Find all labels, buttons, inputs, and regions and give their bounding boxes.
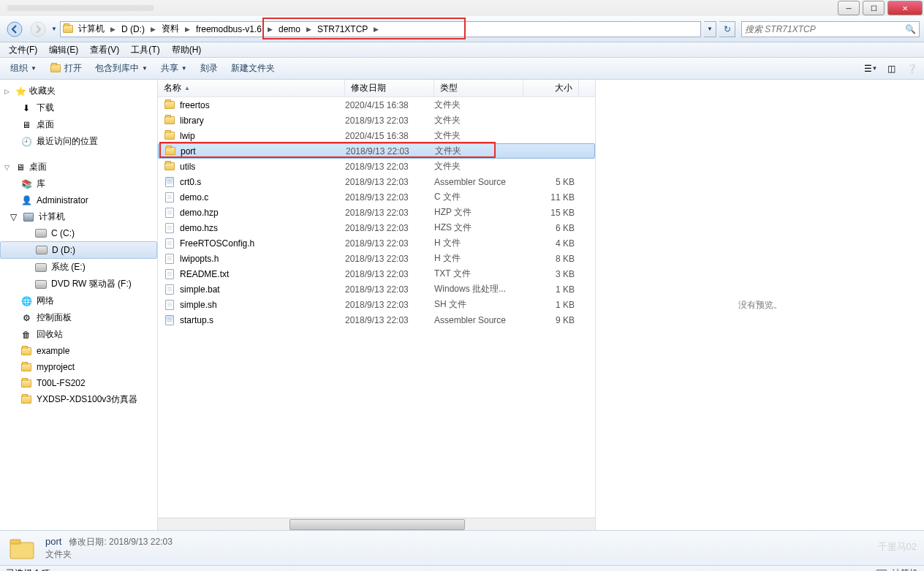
sidebar-item[interactable]: ▽计算机: [0, 208, 157, 225]
help-button[interactable]: ❔: [904, 61, 920, 77]
file-size: 9 KB: [523, 315, 575, 325]
breadcrumb-segment[interactable]: 计算机: [74, 21, 109, 37]
chevron-right-icon[interactable]: ▶: [266, 26, 274, 33]
file-row[interactable]: simple.sh2018/9/13 22:03SH 文件1 KB: [158, 297, 595, 312]
maximize-button[interactable]: ☐: [863, 1, 885, 15]
menu-item[interactable]: 帮助(H): [166, 42, 208, 58]
chevron-right-icon[interactable]: ▶: [305, 26, 313, 33]
preview-pane-button[interactable]: ◫: [883, 61, 899, 77]
details-text: port 修改日期: 2018/9/13 22:03 文件夹: [45, 536, 173, 561]
file-row[interactable]: demo.hzs2018/9/13 22:03HZS 文件6 KB: [158, 220, 595, 235]
sidebar-item-label: T00L-FS202: [37, 378, 86, 388]
menu-item[interactable]: 工具(T): [125, 42, 165, 58]
close-button[interactable]: ✕: [887, 1, 923, 15]
sidebar-desktop[interactable]: ▽🖥桌面: [0, 159, 157, 175]
new-folder-button[interactable]: 新建文件夹: [225, 59, 281, 77]
forward-button[interactable]: [28, 19, 48, 39]
open-button[interactable]: 打开: [44, 59, 88, 77]
breadcrumb[interactable]: 计算机▶D (D:)▶资料▶freemodbus-v1.6▶demo▶STR71…: [60, 21, 701, 37]
sidebar-item[interactable]: ⚙控制面板: [0, 309, 157, 326]
file-row[interactable]: freertos2020/4/15 16:38文件夹: [158, 97, 595, 113]
burn-button[interactable]: 刻录: [194, 59, 224, 77]
file-rows[interactable]: freertos2020/4/15 16:38文件夹library2018/9/…: [158, 97, 595, 518]
sidebar-item[interactable]: 🖥桌面: [0, 116, 157, 133]
file-type: 文件夹: [434, 129, 523, 142]
chevron-right-icon[interactable]: ▶: [183, 26, 192, 33]
sidebar-item[interactable]: 👤Administrator: [0, 192, 157, 208]
breadcrumb-segment[interactable]: STR71XTCP: [313, 23, 372, 36]
sidebar-item-label: 控制面板: [37, 311, 72, 324]
file-row[interactable]: utils2018/9/13 22:03文件夹: [158, 159, 595, 174]
expand-icon[interactable]: ▽: [10, 212, 17, 222]
horizontal-scrollbar[interactable]: [158, 518, 595, 530]
sidebar-item[interactable]: 系统 (E:): [0, 259, 157, 276]
sidebar-item[interactable]: T00L-FS202: [0, 375, 157, 391]
breadcrumb-segment[interactable]: 资料: [157, 21, 183, 37]
sidebar-item[interactable]: DVD RW 驱动器 (F:): [0, 276, 157, 292]
back-button[interactable]: [4, 19, 25, 39]
breadcrumb-dropdown[interactable]: ▼: [704, 21, 716, 37]
file-row[interactable]: crt0.s2018/9/13 22:03Assembler Source5 K…: [158, 174, 595, 189]
sidebar-item[interactable]: YXDSP-XDS100v3仿真器: [0, 391, 157, 408]
desktop-icon: 🖥: [20, 119, 32, 131]
file-date: 2018/9/13 22:03: [345, 116, 434, 126]
sidebar-item[interactable]: ⬇下载: [0, 99, 157, 116]
file-icon: [164, 299, 175, 311]
search-input[interactable]: [745, 24, 905, 34]
breadcrumb-segment[interactable]: demo: [274, 23, 305, 36]
file-row[interactable]: FreeRTOSConfig.h2018/9/13 22:03H 文件4 KB: [158, 235, 595, 251]
preview-empty-text: 没有预览。: [738, 299, 782, 311]
sidebar-item[interactable]: C (C:): [0, 225, 157, 241]
chevron-right-icon[interactable]: ▶: [149, 26, 157, 33]
chevron-right-icon[interactable]: ▶: [372, 26, 380, 33]
include-library-button[interactable]: 包含到库中 ▼: [89, 59, 154, 77]
status-text: 已选择 1 项: [6, 567, 50, 571]
file-name: utils: [180, 162, 195, 172]
sidebar-item[interactable]: 🗑回收站: [0, 326, 157, 343]
main-area: ▷⭐收藏夹⬇下载🖥桌面🕘最近访问的位置▽🖥桌面📚库👤Administrator▽…: [0, 80, 924, 530]
file-row[interactable]: library2018/9/13 22:03文件夹: [158, 113, 595, 128]
sidebar-item[interactable]: 📚库: [0, 175, 157, 192]
file-type: 文件夹: [434, 99, 523, 111]
file-row[interactable]: lwip2020/4/15 16:38文件夹: [158, 128, 595, 143]
file-row[interactable]: lwipopts.h2018/9/13 22:03H 文件8 KB: [158, 251, 595, 266]
sort-indicator-icon: ▲: [184, 85, 190, 91]
file-row[interactable]: demo.c2018/9/13 22:03C 文件11 KB: [158, 189, 595, 205]
file-name: demo.hzs: [180, 223, 218, 233]
sidebar-item[interactable]: myproject: [0, 359, 157, 375]
column-date[interactable]: 修改日期: [345, 80, 434, 97]
file-row[interactable]: README.txt2018/9/13 22:03TXT 文件3 KB: [158, 266, 595, 281]
address-bar: ▼ 计算机▶D (D:)▶资料▶freemodbus-v1.6▶demo▶STR…: [0, 16, 924, 42]
refresh-button[interactable]: ↻: [719, 21, 735, 37]
search-box[interactable]: 🔍: [741, 21, 920, 37]
navigation-pane[interactable]: ▷⭐收藏夹⬇下载🖥桌面🕘最近访问的位置▽🖥桌面📚库👤Administrator▽…: [0, 80, 158, 530]
file-size: 8 KB: [523, 254, 575, 264]
file-size: 11 KB: [523, 192, 575, 203]
chevron-right-icon[interactable]: ▶: [109, 26, 117, 33]
history-dropdown[interactable]: ▼: [51, 26, 57, 32]
search-icon[interactable]: 🔍: [905, 24, 916, 34]
sidebar-item[interactable]: D (D:): [0, 241, 157, 259]
menu-item[interactable]: 查看(V): [84, 42, 125, 58]
organize-button[interactable]: 组织 ▼: [4, 59, 42, 77]
folder-icon: [164, 115, 175, 126]
sidebar-item[interactable]: example: [0, 343, 157, 359]
share-button[interactable]: 共享 ▼: [155, 59, 193, 77]
column-name[interactable]: 名称▲: [158, 80, 345, 97]
file-row[interactable]: port2018/9/13 22:03文件夹: [158, 143, 595, 159]
file-row[interactable]: simple.bat2018/9/13 22:03Windows 批处理...1…: [158, 281, 595, 297]
breadcrumb-segment[interactable]: D (D:): [117, 23, 149, 36]
view-mode-button[interactable]: ☰ ▼: [863, 61, 879, 77]
menu-item[interactable]: 文件(F): [3, 42, 43, 58]
sidebar-favorites[interactable]: ▷⭐收藏夹: [0, 83, 157, 99]
breadcrumb-segment[interactable]: freemodbus-v1.6: [192, 23, 266, 36]
sidebar-item[interactable]: 🕘最近访问的位置: [0, 133, 157, 150]
sidebar-item[interactable]: 🌐网络: [0, 292, 157, 309]
minimize-button[interactable]: ─: [838, 1, 860, 15]
file-row[interactable]: startup.s2018/9/13 22:03Assembler Source…: [158, 312, 595, 328]
file-row[interactable]: demo.hzp2018/9/13 22:03HZP 文件15 KB: [158, 205, 595, 220]
menu-item[interactable]: 编辑(E): [43, 42, 84, 58]
column-size[interactable]: 大小: [523, 80, 579, 97]
column-type[interactable]: 类型: [434, 80, 523, 97]
scrollbar-thumb[interactable]: [289, 519, 465, 530]
